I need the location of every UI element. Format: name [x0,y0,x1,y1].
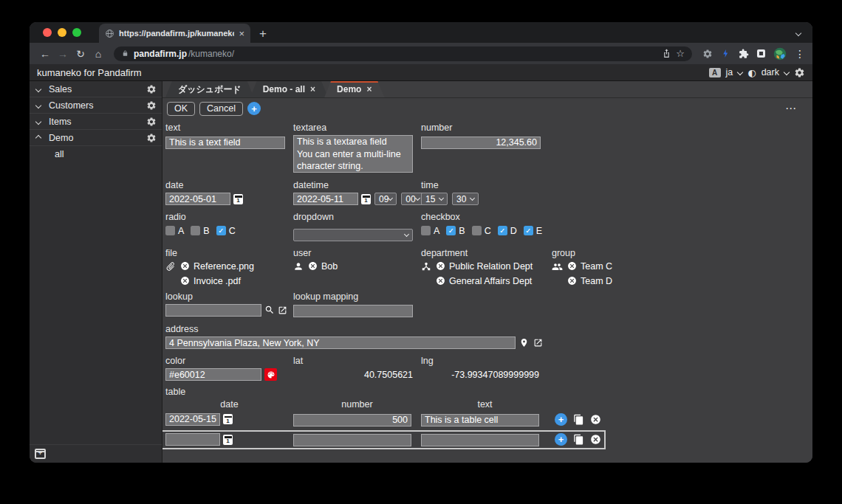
extensions-puzzle-icon[interactable] [739,49,749,59]
sidebar-item-demo-all[interactable]: all [30,146,162,162]
sales-settings-gear-icon[interactable] [146,84,157,94]
search-icon[interactable] [264,305,275,315]
browser-tab[interactable]: https://pandafirm.jp/kumaneko × [99,24,250,43]
table-date-input[interactable] [165,433,220,446]
table-number-input[interactable] [293,414,411,427]
table-text-input[interactable] [421,414,539,427]
table-number-input[interactable] [293,434,411,446]
remove-group-icon[interactable] [567,261,577,271]
add-app-icon[interactable]: + [35,449,46,459]
checkbox-option-b[interactable]: ✓ [446,226,456,235]
calendar-icon[interactable]: 1 [223,414,233,424]
date-input[interactable] [165,193,230,205]
sidebar-item-items[interactable]: Items [30,114,162,130]
calendar-icon[interactable]: 1 [223,435,233,445]
number-input[interactable] [421,137,541,149]
color-input[interactable] [165,368,261,381]
forward-button[interactable]: → [55,49,71,59]
address-bar[interactable]: pandafirm.jp /kumaneko/ ☆ [114,46,692,61]
delete-row-icon[interactable] [590,434,601,445]
address-input[interactable] [165,336,516,349]
more-options-icon[interactable]: ⋯ [785,102,796,115]
dropdown-select[interactable] [293,229,413,241]
radio-option-a[interactable] [165,226,175,235]
datetime-hour-select[interactable]: 09 [374,193,397,205]
lookup-mapping-input[interactable] [293,305,413,317]
table-add-row-button[interactable]: + [555,413,567,426]
textarea-input[interactable]: This is a textarea field You can enter a… [293,135,413,173]
map-pin-icon[interactable] [519,338,529,348]
table-date-input[interactable] [165,413,220,426]
language-chevron-icon[interactable] [737,69,743,75]
remove-file-icon[interactable] [180,261,190,271]
radio-option-c[interactable]: ✓ [216,226,226,235]
chevron-down-icon[interactable] [35,102,41,108]
tab-close-icon[interactable]: × [310,85,315,94]
app-settings-gear-icon[interactable] [794,67,805,78]
extension-lightning-icon[interactable] [721,49,730,58]
sidebar-item-customers[interactable]: Customers [30,97,162,114]
datetime-date-input[interactable] [293,193,358,205]
back-button[interactable]: ← [37,49,53,59]
demo-settings-gear-icon[interactable] [146,133,157,143]
group-name: Team D [581,276,612,286]
copy-row-icon[interactable] [573,414,584,425]
window-zoom-button[interactable] [72,28,81,37]
theme-select[interactable]: dark [761,67,779,77]
ok-button[interactable]: OK [167,102,195,116]
chevron-down-icon[interactable] [35,86,41,92]
remove-group-icon[interactable] [567,276,577,286]
radio-option-b[interactable] [191,226,200,235]
open-lookup-icon[interactable] [278,305,287,315]
chevron-up-icon[interactable] [35,134,41,140]
color-picker-button[interactable] [264,368,277,381]
text-input[interactable] [165,137,285,149]
tab-close-icon[interactable]: × [366,85,372,94]
checkbox-option-c[interactable] [472,226,482,235]
calendar-icon[interactable]: 1 [233,194,243,204]
remove-department-icon[interactable] [436,261,445,271]
sidebar-item-demo[interactable]: Demo [30,130,162,146]
home-button[interactable]: ⌂ [90,49,106,59]
profile-avatar[interactable] [773,47,787,61]
window-close-button[interactable] [43,28,52,37]
theme-chevron-icon[interactable] [784,69,790,75]
tab-demo-all[interactable]: Demo - all × [250,81,328,97]
department-hub-icon [421,261,431,272]
tab-close-icon[interactable]: × [239,29,244,38]
table-text-input[interactable] [421,434,539,446]
side-panel-icon[interactable] [757,49,765,58]
lookup-input[interactable] [165,304,261,317]
sidebar-item-sales[interactable]: Sales [30,81,162,97]
checkbox-option-e[interactable]: ✓ [524,226,533,235]
group-people-icon [552,261,563,272]
customers-settings-gear-icon[interactable] [146,100,157,111]
checkbox-option-d[interactable]: ✓ [498,226,507,235]
remove-department-icon[interactable] [436,276,445,286]
tab-demo[interactable]: Demo × [324,81,384,97]
open-map-icon[interactable] [533,338,543,348]
bookmark-star-icon[interactable]: ☆ [676,48,685,59]
cancel-button[interactable]: Cancel [199,102,243,116]
time-hour-select[interactable]: 15 [421,193,448,205]
extension-gear-icon[interactable] [702,49,713,59]
copy-row-icon[interactable] [573,434,584,445]
tab-dashboard[interactable]: ダッシュボード [165,81,254,97]
remove-user-icon[interactable] [308,261,318,271]
new-tab-button[interactable]: + [259,27,267,40]
checkbox-option-a[interactable] [421,226,431,235]
items-settings-gear-icon[interactable] [146,117,157,127]
time-minute-select[interactable]: 30 [452,193,479,205]
browser-menu-icon[interactable]: ⋮ [795,49,805,59]
tab-search-chevron-icon[interactable] [795,30,801,36]
calendar-icon[interactable]: 1 [361,194,371,204]
delete-row-icon[interactable] [590,414,601,425]
reload-button[interactable]: ↻ [72,49,89,59]
chevron-down-icon[interactable] [35,118,41,124]
add-record-button[interactable]: + [247,102,261,115]
window-minimize-button[interactable] [58,28,66,37]
share-icon[interactable] [662,49,671,58]
language-select[interactable]: ja [726,67,733,77]
remove-file-icon[interactable] [180,276,190,286]
table-add-row-button[interactable]: + [555,433,567,446]
